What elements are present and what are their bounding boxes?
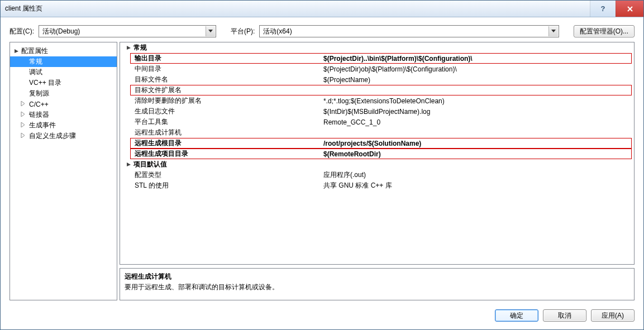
expander-open-icon <box>126 45 131 50</box>
tree-root[interactable]: 配置属性 <box>10 46 117 56</box>
expander-closed-icon <box>20 122 26 128</box>
expander-closed-icon <box>20 101 26 107</box>
section-title: 常规 <box>133 43 147 52</box>
property-name: 配置类型 <box>120 170 321 180</box>
window-buttons: ? <box>590 1 643 17</box>
property-name: 中间目录 <box>120 64 321 74</box>
tree-item-label: 调试 <box>29 68 42 77</box>
description-body: 要用于远程生成、部署和调试的目标计算机或设备。 <box>125 283 629 292</box>
tree-item-label: 自定义生成步骤 <box>29 131 76 141</box>
grid-row[interactable]: 生成日志文件$(IntDir)$(MSBuildProjectName).log <box>120 106 634 117</box>
ok-button[interactable]: 确定 <box>495 309 538 322</box>
expander-open-icon <box>13 49 19 54</box>
property-name: 输出目录 <box>120 54 321 63</box>
tree-item[interactable]: 常规 <box>10 56 117 67</box>
grid-row[interactable]: 目标文件扩展名 <box>120 85 634 95</box>
grid-section-header[interactable]: 项目默认值 <box>120 159 634 170</box>
platform-label: 平台(P): <box>231 27 255 36</box>
tree-item-label: 复制源 <box>29 89 49 98</box>
property-value[interactable]: *.d;*.tlog;$(ExtensionsToDeleteOnClean) <box>321 97 634 105</box>
grid-row[interactable]: 清除时要删除的扩展名*.d;*.tlog;$(ExtensionsToDelet… <box>120 95 634 106</box>
property-name: 生成日志文件 <box>120 107 321 116</box>
tree-item-label: 生成事件 <box>29 121 56 130</box>
property-name: 远程生成计算机 <box>120 128 321 137</box>
grid-row[interactable]: 配置类型应用程序(.out) <box>120 170 634 180</box>
property-name: 目标文件扩展名 <box>120 85 321 95</box>
grid-section-header[interactable]: 常规 <box>120 42 634 53</box>
property-name: STL 的使用 <box>120 181 321 190</box>
grid-row[interactable]: 远程生成根目录/root/projects/$(SolutionName) <box>120 138 634 149</box>
property-name: 远程生成项目目录 <box>120 149 321 159</box>
tree-root-label: 配置属性 <box>21 46 48 56</box>
help-button[interactable]: ? <box>590 1 616 17</box>
tree-item[interactable]: 生成事件 <box>10 120 117 131</box>
category-tree[interactable]: 配置属性 常规调试VC++ 目录复制源C/C++链接器生成事件自定义生成步骤 <box>9 42 117 300</box>
tree-item-label: VC++ 目录 <box>29 78 61 88</box>
titlebar: client 属性页 ? <box>1 1 643 17</box>
chevron-down-icon <box>548 26 558 36</box>
grid-row[interactable]: 远程生成计算机 <box>120 127 634 138</box>
property-value[interactable]: Remote_GCC_1_0 <box>321 118 634 126</box>
grid-row[interactable]: 中间目录$(ProjectDir)obj\$(Platform)\$(Confi… <box>120 64 634 74</box>
grid-row[interactable]: 目标文件名$(ProjectName) <box>120 74 634 85</box>
property-value[interactable]: 共享 GNU 标准 C++ 库 <box>321 181 634 190</box>
config-combo-value: 活动(Debug) <box>42 27 80 36</box>
expander-closed-icon <box>20 133 26 139</box>
tree-item[interactable]: 调试 <box>10 67 117 78</box>
property-value[interactable]: /root/projects/$(SolutionName) <box>321 140 634 147</box>
tree-item[interactable]: VC++ 目录 <box>10 78 117 88</box>
property-name: 远程生成根目录 <box>120 138 321 148</box>
tree-item-label: C/C++ <box>29 101 49 108</box>
property-name: 清除时要删除的扩展名 <box>120 96 321 106</box>
config-label: 配置(C): <box>9 27 34 36</box>
window-title: client 属性页 <box>1 4 42 13</box>
cancel-button[interactable]: 取消 <box>543 309 586 322</box>
config-manager-button[interactable]: 配置管理器(O)... <box>574 25 635 37</box>
property-name: 平台工具集 <box>120 117 321 127</box>
property-value[interactable]: $(ProjectDir)obj\$(Platform)\$(Configura… <box>321 65 634 73</box>
platform-combo-value: 活动(x64) <box>263 27 292 36</box>
description-pane: 远程生成计算机 要用于远程生成、部署和调试的目标计算机或设备。 <box>120 268 635 300</box>
property-value[interactable]: $(RemoteRootDir) <box>321 150 634 158</box>
expander-closed-icon <box>20 112 26 118</box>
tree-item[interactable]: 自定义生成步骤 <box>10 131 117 141</box>
chevron-down-icon <box>206 26 215 36</box>
dialog-footer: 确定 取消 应用(A) <box>1 305 643 329</box>
property-name: 目标文件名 <box>120 75 321 84</box>
property-value[interactable]: $(IntDir)$(MSBuildProjectName).log <box>321 108 634 116</box>
property-value[interactable]: $(ProjectName) <box>321 76 634 84</box>
grid-row[interactable]: 平台工具集Remote_GCC_1_0 <box>120 117 634 127</box>
grid-row[interactable]: 远程生成项目目录$(RemoteRootDir) <box>120 149 634 159</box>
config-combo[interactable]: 活动(Debug) <box>39 25 216 37</box>
tree-item[interactable]: 链接器 <box>10 109 117 120</box>
property-page-window: client 属性页 ? 配置(C): 活动(Debug) 平台(P): 活动(… <box>0 0 644 330</box>
section-title: 项目默认值 <box>133 160 167 169</box>
close-button[interactable] <box>616 1 643 17</box>
property-grid[interactable]: 常规输出目录$(ProjectDir)..\bin\$(Platform)\$(… <box>120 42 635 265</box>
apply-button[interactable]: 应用(A) <box>591 309 635 322</box>
tree-item-label: 链接器 <box>29 110 49 119</box>
config-toolbar: 配置(C): 活动(Debug) 平台(P): 活动(x64) 配置管理器(O)… <box>1 17 643 42</box>
property-value[interactable]: 应用程序(.out) <box>321 170 634 180</box>
tree-item[interactable]: C/C++ <box>10 99 117 109</box>
description-title: 远程生成计算机 <box>125 272 629 281</box>
tree-item[interactable]: 复制源 <box>10 88 117 99</box>
expander-open-icon <box>126 162 131 167</box>
grid-row[interactable]: STL 的使用共享 GNU 标准 C++ 库 <box>120 180 634 191</box>
tree-item-label: 常规 <box>29 57 42 66</box>
platform-combo[interactable]: 活动(x64) <box>259 25 559 37</box>
grid-row[interactable]: 输出目录$(ProjectDir)..\bin\$(Platform)\$(Co… <box>120 53 634 64</box>
property-value[interactable]: $(ProjectDir)..\bin\$(Platform)\$(Config… <box>321 55 634 63</box>
